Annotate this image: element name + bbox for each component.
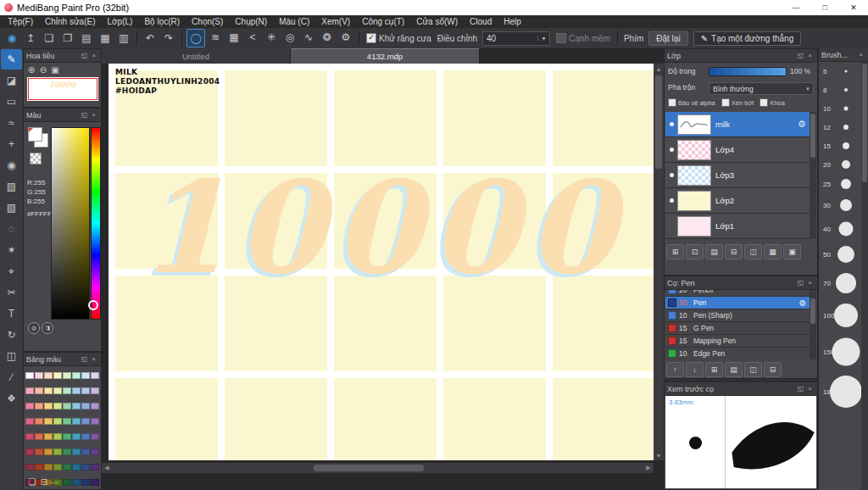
add-swatch-icon[interactable]: ❏ xyxy=(26,477,38,487)
menu-item[interactable]: Cửa sổ(W) xyxy=(410,15,464,28)
fit-view-icon[interactable]: ▣ xyxy=(49,64,61,75)
menu-item[interactable]: Xem(V) xyxy=(315,15,356,28)
saturation-value-picker[interactable] xyxy=(51,127,90,320)
popout-icon[interactable]: ◱ xyxy=(796,279,805,287)
rotate-tool[interactable]: ↻ xyxy=(1,325,22,345)
bucket-tool[interactable]: ▨ xyxy=(1,176,22,197)
palette-swatch[interactable] xyxy=(91,387,99,394)
palette-swatch[interactable] xyxy=(72,464,81,471)
brush-action-button[interactable]: ↓ xyxy=(686,362,704,377)
brush-size-item[interactable]: 70 xyxy=(819,268,861,298)
palette-swatch[interactable] xyxy=(44,372,53,379)
palette-swatch[interactable] xyxy=(53,418,62,425)
transparent-swatch[interactable] xyxy=(30,153,42,164)
lasso-tool[interactable]: ◌ xyxy=(1,219,22,239)
palette-swatch[interactable] xyxy=(91,464,99,471)
vertical-scrollbar[interactable]: ▲ ▼ xyxy=(654,64,664,460)
drawing-canvas[interactable]: MILK LEDOANTHUYLINH2004 #HOIDAP 10000 xyxy=(108,64,654,460)
palette-swatch[interactable] xyxy=(81,433,90,440)
color-set-icon[interactable]: ◍ xyxy=(28,322,40,334)
minimize-button[interactable]: — xyxy=(782,0,810,15)
layer-visibility-toggle[interactable] xyxy=(665,122,677,126)
scroll-up-icon[interactable]: ▲ xyxy=(654,64,664,74)
knife-tool[interactable]: ✂ xyxy=(1,282,22,303)
grid-icon[interactable]: ▦ xyxy=(97,30,114,47)
palette-swatch[interactable] xyxy=(44,464,53,471)
brush-scrollbar[interactable] xyxy=(810,290,816,359)
undo-icon[interactable]: ↶ xyxy=(142,30,159,47)
gear-icon[interactable]: ⚙ xyxy=(337,29,354,46)
palette-swatch[interactable] xyxy=(81,448,90,455)
palette-swatch[interactable] xyxy=(72,387,81,394)
document-icon[interactable]: ▤ xyxy=(78,30,95,47)
layer-row[interactable]: milk⚙ xyxy=(665,112,810,137)
horizontal-scroll-thumb[interactable] xyxy=(314,465,424,471)
tab-4132-mdp[interactable]: 4132.mdp xyxy=(291,48,480,64)
palette-swatch[interactable] xyxy=(25,433,34,440)
scroll-down-icon[interactable]: ▼ xyxy=(654,450,664,460)
palette-swatch[interactable] xyxy=(35,387,43,394)
palette-swatch[interactable] xyxy=(35,403,43,409)
parallel-lines-icon[interactable]: ≋ xyxy=(207,29,224,46)
brush-settings-gear-icon[interactable]: ⚙ xyxy=(796,298,810,308)
layer-settings-gear-icon[interactable]: ⚙ xyxy=(794,119,810,130)
brush-row[interactable]: 15Mapping Pen xyxy=(665,335,810,348)
circle-brush-icon[interactable]: ◯ xyxy=(186,29,205,47)
adjust-dropdown[interactable]: 40 ▼ xyxy=(482,31,550,46)
layer-action-button[interactable]: ◫ xyxy=(744,244,762,259)
layer-action-button[interactable]: ▣ xyxy=(783,244,801,259)
horizontal-scrollbar[interactable]: ◀ ▶ xyxy=(102,463,654,473)
foreground-color-swatch[interactable] xyxy=(28,127,42,142)
palette-swatch[interactable] xyxy=(72,479,81,486)
layer-action-button[interactable]: ▤ xyxy=(705,244,723,259)
hatch-icon[interactable]: ▦ xyxy=(225,29,242,46)
brush-size-item[interactable]: 20 xyxy=(819,155,861,174)
menu-item[interactable]: Chụp(N) xyxy=(229,15,273,28)
brush-action-button[interactable]: ↑ xyxy=(666,362,684,377)
palette-swatch[interactable] xyxy=(63,464,71,471)
palette-swatch[interactable] xyxy=(91,372,99,379)
navigator-thumbnail[interactable]: 10000 xyxy=(27,77,98,101)
palette-swatch[interactable] xyxy=(35,372,43,379)
close-button[interactable]: ✕ xyxy=(839,0,868,15)
angle-icon[interactable]: < xyxy=(244,29,261,46)
zoom-in-icon[interactable]: ⊕ xyxy=(25,64,37,75)
layer-row[interactable]: Lớp3 xyxy=(665,163,810,188)
brush-size-item[interactable]: 25 xyxy=(819,174,861,194)
size-scrollbar[interactable] xyxy=(861,62,868,490)
frame-tool[interactable]: ◫ xyxy=(1,346,22,366)
hand-tool[interactable]: ❖ xyxy=(1,388,22,409)
hue-marker[interactable] xyxy=(88,300,98,310)
scroll-right-icon[interactable]: ▶ xyxy=(643,463,654,473)
layer-visibility-toggle[interactable] xyxy=(665,173,677,177)
menu-item[interactable]: Bộ lọc(R) xyxy=(138,15,186,28)
maximize-button[interactable]: □ xyxy=(810,0,839,15)
comment-icon[interactable]: ❏ xyxy=(41,30,58,47)
rect-select-tool[interactable]: ▭ xyxy=(1,92,22,112)
brush-action-button[interactable]: ◫ xyxy=(744,362,762,377)
symmetry-icon[interactable]: ✳ xyxy=(263,29,280,46)
palette-swatch[interactable] xyxy=(53,464,62,471)
brush-size-item[interactable]: 150 xyxy=(819,332,861,370)
scroll-thumb[interactable] xyxy=(810,114,815,158)
brush-size-item[interactable]: 50 xyxy=(819,241,861,268)
palette-swatch[interactable] xyxy=(35,418,43,425)
curve-icon[interactable]: ∿ xyxy=(300,29,317,46)
close-icon[interactable]: × xyxy=(805,385,815,393)
brush-row[interactable]: 15G Pen xyxy=(665,322,810,335)
brush-size-item[interactable]: 10 xyxy=(819,99,861,118)
menu-item[interactable]: Lớp(L) xyxy=(102,15,139,28)
blend-dropdown[interactable]: Bình thường ▼ xyxy=(709,82,814,95)
palette-swatch[interactable] xyxy=(72,403,81,409)
close-icon[interactable]: × xyxy=(805,279,815,287)
palette-swatch[interactable] xyxy=(91,403,99,409)
palette-swatch[interactable] xyxy=(81,479,90,486)
menu-item[interactable]: Cloud xyxy=(464,15,498,28)
palette-swatch[interactable] xyxy=(91,479,99,486)
brush-action-button[interactable]: ⊞ xyxy=(705,362,723,377)
brush-size-item[interactable]: 15 xyxy=(819,136,861,155)
alpha-protect-checkbox[interactable]: Bảo vệ alpha xyxy=(668,98,715,107)
popout-icon[interactable]: ◱ xyxy=(80,52,89,59)
palette-swatch[interactable] xyxy=(44,448,53,455)
palette-swatch[interactable] xyxy=(63,479,71,486)
